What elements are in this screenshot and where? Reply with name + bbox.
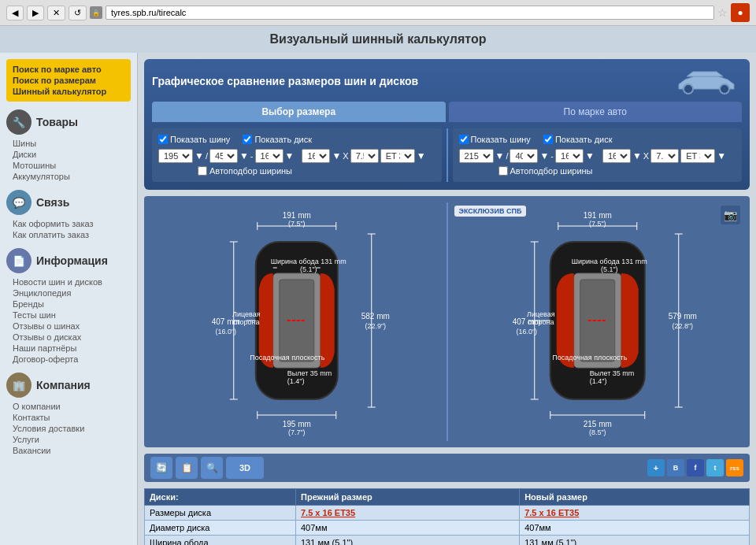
svg-text:191 mm: 191 mm xyxy=(283,211,311,220)
auto-width-left-checkbox[interactable]: Автоподбор ширины xyxy=(158,166,435,176)
show-tire-right-checkbox[interactable]: Показать шину xyxy=(459,135,531,144)
page-title-bar: Визуальный шинный калькулятор xyxy=(0,26,756,53)
disk-sizes-prev[interactable]: 7.5 x 16 ET35 xyxy=(296,506,520,521)
tire-diameter-left-select[interactable]: 16 xyxy=(255,149,284,163)
tire-aspect-left-select[interactable]: 45 xyxy=(209,149,238,163)
address-icon: 🔒 xyxy=(90,6,102,19)
sidebar-link-payment[interactable]: Как оплатить заказ xyxy=(13,229,131,240)
refresh-button[interactable]: ↺ xyxy=(69,6,87,20)
tab-by-car[interactable]: По марке авто xyxy=(449,102,743,122)
table-row-disk-sizes: Размеры диска 7.5 x 16 ET35 7.5 x 16 ET3… xyxy=(145,506,750,521)
tire-calculator-button[interactable]: Шинный калькулятор xyxy=(13,86,124,97)
content-area: Графическое сравнение размеров шин и дис… xyxy=(138,53,756,545)
sidebar-link-encyclopedia[interactable]: Энциклопедия xyxy=(13,287,131,298)
sidebar-link-delivery[interactable]: Условия доставки xyxy=(13,423,131,434)
tire-aspect-right-select[interactable]: 40 xyxy=(510,149,538,163)
col-new-size: Новый размер xyxy=(520,489,750,506)
disk-sizes-new[interactable]: 7.5 x 16 ET35 xyxy=(520,506,750,521)
back-button[interactable]: ◀ xyxy=(6,6,24,20)
tw-button[interactable]: t xyxy=(706,459,724,476)
left-diagram: 191 mm (7.5") 407 mm (16.0") 582 mm (22.… xyxy=(150,202,443,441)
svg-text:579 mm: 579 mm xyxy=(668,312,696,321)
vk-button[interactable]: В xyxy=(667,459,684,476)
sidebar-link-tires[interactable]: Шины xyxy=(13,138,131,149)
star-icon[interactable]: ☆ xyxy=(717,6,728,19)
sidebar-link-order[interactable]: Как оформить заказ xyxy=(13,218,131,229)
disk-diameter-left-select[interactable]: 16 xyxy=(302,149,330,163)
disk-diameter-new: 407мм xyxy=(520,521,750,536)
svg-text:Посадочная плоскость: Посадочная плоскость xyxy=(250,354,324,361)
sidebar-link-vacancies[interactable]: Вакансии xyxy=(13,445,131,456)
sidebar-section-info: 📄 Информация Новости шин и дисков Энцикл… xyxy=(6,248,131,365)
tab-size-selection[interactable]: Выбор размера xyxy=(152,102,446,122)
address-bar[interactable] xyxy=(106,6,714,20)
rim-width-prev: 131 мм (5.1") xyxy=(296,536,520,546)
sidebar-link-partners[interactable]: Наши партнёры xyxy=(13,343,131,354)
svg-text:Лицевая: Лицевая xyxy=(232,310,261,318)
svg-text:(22.8"): (22.8") xyxy=(672,322,693,330)
rss-button[interactable]: rss xyxy=(726,459,743,476)
right-size-selector: Показать шину Показать диск 215 ▼ / xyxy=(453,128,743,182)
forward-button[interactable]: ▶ xyxy=(27,6,44,20)
sidebar-title-contact: Связь xyxy=(36,196,69,209)
svg-text:(7.5"): (7.5") xyxy=(588,220,606,228)
disk-et-right-select[interactable]: ET 35 xyxy=(680,149,715,163)
tool-btn-3[interactable]: 🔍 xyxy=(201,457,223,479)
comparison-area: 191 mm (7.5") 407 mm (16.0") 582 mm (22.… xyxy=(144,196,750,447)
disk-width-left-select[interactable]: 7.5 xyxy=(350,149,379,163)
page-title: Визуальный шинный калькулятор xyxy=(270,32,487,46)
tool-btn-1[interactable]: 🔄 xyxy=(150,457,172,479)
sidebar-link-about[interactable]: О компании xyxy=(13,401,131,412)
tool-btn-3d[interactable]: 3D xyxy=(226,457,264,479)
show-tire-left-checkbox[interactable]: Показать шину xyxy=(158,135,230,144)
search-by-car-button[interactable]: Поиск по марке авто xyxy=(13,64,124,75)
sidebar-link-disks[interactable]: Диски xyxy=(13,149,131,160)
tire-width-left-select[interactable]: 195 xyxy=(158,149,193,163)
disk-et-left-select[interactable]: ET 35 xyxy=(380,149,415,163)
sidebar-section-products: 🔧 Товары Шины Диски Мотошины Аккумулятор… xyxy=(6,109,131,182)
svg-text:Ширина обода 131 mm: Ширина обода 131 mm xyxy=(571,258,647,265)
svg-text:сторона: сторона xyxy=(527,318,554,326)
sidebar-link-brands[interactable]: Бренды xyxy=(13,298,131,310)
sidebar-link-services[interactable]: Услуги xyxy=(13,434,131,445)
car-silhouette-icon xyxy=(671,67,742,95)
sidebar-link-contacts[interactable]: Контакты xyxy=(13,412,131,423)
sidebar-link-disk-reviews[interactable]: Отзывы о дисках xyxy=(13,332,131,343)
show-disk-right-checkbox[interactable]: Показать диск xyxy=(543,135,613,144)
svg-point-1 xyxy=(720,84,729,94)
sidebar-link-contract[interactable]: Договор-оферта xyxy=(13,354,131,365)
svg-text:(5.1"): (5.1") xyxy=(300,265,317,273)
sidebar-section-company: 🏢 Компания О компании Контакты Условия д… xyxy=(6,373,131,456)
rim-width-new: 131 мм (5.1") xyxy=(520,536,750,546)
fb-button[interactable]: f xyxy=(687,459,704,476)
auto-width-right-checkbox[interactable]: Автоподбор ширины xyxy=(459,166,736,176)
svg-text:191 mm: 191 mm xyxy=(583,211,611,220)
svg-text:(16.0"): (16.0") xyxy=(215,328,236,336)
svg-text:(1.4"): (1.4") xyxy=(287,377,305,385)
svg-text:Вылет 35 mm: Вылет 35 mm xyxy=(287,369,332,377)
sidebar-link-tire-reviews[interactable]: Отзывы о шинах xyxy=(13,321,131,332)
sidebar-link-akkumulyatory[interactable]: Аккумуляторы xyxy=(13,171,131,182)
browser-menu-icon[interactable]: ● xyxy=(731,3,750,22)
disk-width-right-select[interactable]: 7.5 xyxy=(650,149,679,163)
comparison-toolbar: 🔄 📋 🔍 3D + В f t rss xyxy=(144,454,750,482)
svg-text:(1.4"): (1.4") xyxy=(589,377,606,385)
tire-diameter-right-select[interactable]: 16 xyxy=(555,149,584,163)
sidebar-link-news[interactable]: Новости шин и дисков xyxy=(13,276,131,287)
svg-text:Лицевая: Лицевая xyxy=(526,310,554,318)
sidebar-link-tests[interactable]: Тесты шин xyxy=(13,310,131,321)
add-icon[interactable]: + xyxy=(647,459,665,476)
left-tire-diagram-svg: 191 mm (7.5") 407 mm (16.0") 582 mm (22.… xyxy=(150,202,443,439)
camera-button[interactable]: 📷 xyxy=(721,206,740,224)
svg-text:582 mm: 582 mm xyxy=(361,312,390,321)
disk-diameter-right-select[interactable]: 16 xyxy=(602,149,631,163)
sidebar-search-group: Поиск по марке авто Поиск по размерам Ши… xyxy=(6,59,131,102)
svg-text:215 mm: 215 mm xyxy=(583,420,611,428)
close-button[interactable]: ✕ xyxy=(47,6,65,20)
show-disk-left-checkbox[interactable]: Показать диск xyxy=(243,135,312,144)
sidebar-title-info: Информация xyxy=(36,254,108,267)
sidebar-link-motoshiny[interactable]: Мотошины xyxy=(13,160,131,171)
tool-btn-2[interactable]: 📋 xyxy=(176,457,198,479)
tire-width-right-select[interactable]: 215 xyxy=(459,149,494,163)
search-by-size-button[interactable]: Поиск по размерам xyxy=(13,75,124,86)
